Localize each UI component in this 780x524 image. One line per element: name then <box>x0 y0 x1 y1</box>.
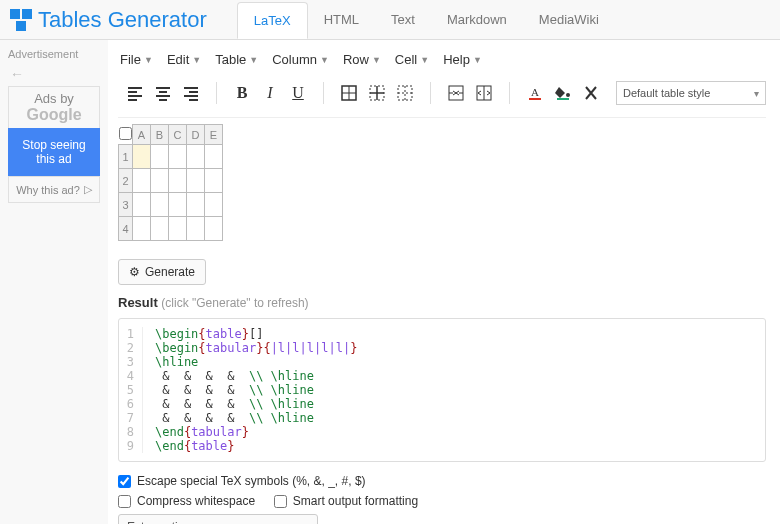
tab-mediawiki[interactable]: MediaWiki <box>523 2 615 38</box>
logo-icon <box>10 9 32 31</box>
grid-cell[interactable] <box>169 145 187 169</box>
grid-cell[interactable] <box>169 169 187 193</box>
grid-cell[interactable] <box>169 193 187 217</box>
menu-file[interactable]: File▼ <box>120 52 153 67</box>
escape-checkbox[interactable] <box>118 475 131 488</box>
generate-button[interactable]: ⚙ Generate <box>118 259 206 285</box>
toolbar: B I U A Default table style <box>118 77 766 118</box>
grid-cell[interactable] <box>151 145 169 169</box>
grid-cell[interactable] <box>151 169 169 193</box>
grid-cell[interactable] <box>133 193 151 217</box>
split-cells-icon[interactable] <box>473 82 495 104</box>
col-header[interactable]: B <box>151 125 169 145</box>
svg-text:A: A <box>531 86 539 98</box>
align-center-icon[interactable] <box>152 82 174 104</box>
ad-label: Advertisement <box>8 48 100 60</box>
col-header[interactable]: C <box>169 125 187 145</box>
menu-row[interactable]: Row▼ <box>343 52 381 67</box>
editor-grid[interactable]: ABCDE1234 <box>118 124 223 241</box>
tab-markdown[interactable]: Markdown <box>431 2 523 38</box>
extra-options-select[interactable]: Extra options... <box>118 514 318 524</box>
grid-cell[interactable] <box>151 217 169 241</box>
col-header[interactable]: D <box>187 125 205 145</box>
adchoices-icon: ▷ <box>84 183 92 196</box>
svg-point-16 <box>566 93 570 97</box>
text-color-icon[interactable]: A <box>524 82 546 104</box>
border-all-icon[interactable] <box>338 82 360 104</box>
row-header[interactable]: 1 <box>119 145 133 169</box>
merge-cells-icon[interactable] <box>445 82 467 104</box>
menu-help[interactable]: Help▼ <box>443 52 482 67</box>
align-left-icon[interactable] <box>124 82 146 104</box>
col-header[interactable]: A <box>133 125 151 145</box>
svg-rect-15 <box>529 98 541 100</box>
svg-rect-17 <box>557 98 569 100</box>
main-panel: File▼Edit▼Table▼Column▼Row▼Cell▼Help▼ B … <box>108 40 780 524</box>
table-style-select[interactable]: Default table style <box>616 81 766 105</box>
result-heading: Result (click "Generate" to refresh) <box>118 295 766 310</box>
code-output[interactable]: 1\begin{table}[]2\begin{tabular}{|l|l|l|… <box>118 318 766 462</box>
grid-cell[interactable] <box>205 169 223 193</box>
brand-name: Tables Generator <box>38 7 207 33</box>
grid-cell[interactable] <box>133 217 151 241</box>
grid-cell[interactable] <box>187 169 205 193</box>
ads-by-box: Ads by Google <box>8 86 100 128</box>
grid-cell[interactable] <box>133 145 151 169</box>
row-header[interactable]: 3 <box>119 193 133 217</box>
clear-format-icon[interactable] <box>580 82 602 104</box>
grid-cell[interactable] <box>133 169 151 193</box>
border-none-icon[interactable] <box>394 82 416 104</box>
smart-label[interactable]: Smart output formatting <box>293 494 418 508</box>
top-bar: Tables Generator LaTeXHTMLTextMarkdownMe… <box>0 0 780 40</box>
tab-text[interactable]: Text <box>375 2 431 38</box>
italic-icon[interactable]: I <box>259 82 281 104</box>
menu-cell[interactable]: Cell▼ <box>395 52 429 67</box>
compress-label[interactable]: Compress whitespace <box>137 494 255 508</box>
col-header[interactable]: E <box>205 125 223 145</box>
grid-cell[interactable] <box>205 217 223 241</box>
grid-cell[interactable] <box>169 217 187 241</box>
bold-icon[interactable]: B <box>231 82 253 104</box>
align-right-icon[interactable] <box>180 82 202 104</box>
why-this-ad-button[interactable]: Why this ad? ▷ <box>8 176 100 203</box>
row-header[interactable]: 4 <box>119 217 133 241</box>
brand-logo[interactable]: Tables Generator <box>10 7 207 33</box>
menu-column[interactable]: Column▼ <box>272 52 329 67</box>
underline-icon[interactable]: U <box>287 82 309 104</box>
grid-cell[interactable] <box>205 145 223 169</box>
grid-cell[interactable] <box>151 193 169 217</box>
tab-html[interactable]: HTML <box>308 2 375 38</box>
border-inner-icon[interactable] <box>366 82 388 104</box>
svg-rect-6 <box>398 86 412 100</box>
grid-cell[interactable] <box>187 145 205 169</box>
menu-edit[interactable]: Edit▼ <box>167 52 201 67</box>
smart-checkbox[interactable] <box>274 495 287 508</box>
stop-seeing-ad-button[interactable]: Stop seeing this ad <box>8 128 100 176</box>
select-all-checkbox[interactable] <box>119 127 132 140</box>
fill-color-icon[interactable] <box>552 82 574 104</box>
tab-latex[interactable]: LaTeX <box>237 2 308 39</box>
grid-cell[interactable] <box>187 193 205 217</box>
grid-cell[interactable] <box>187 217 205 241</box>
ad-sidebar: Advertisement ← Ads by Google Stop seein… <box>0 40 108 524</box>
menu-bar: File▼Edit▼Table▼Column▼Row▼Cell▼Help▼ <box>118 46 766 77</box>
grid-cell[interactable] <box>205 193 223 217</box>
escape-label[interactable]: Escape special TeX symbols (%, &, _, #, … <box>137 474 366 488</box>
gear-icon: ⚙ <box>129 265 140 279</box>
compress-checkbox[interactable] <box>118 495 131 508</box>
row-header[interactable]: 2 <box>119 169 133 193</box>
ad-back-arrow[interactable]: ← <box>10 66 100 82</box>
menu-table[interactable]: Table▼ <box>215 52 258 67</box>
format-tabs: LaTeXHTMLTextMarkdownMediaWiki <box>237 2 615 38</box>
